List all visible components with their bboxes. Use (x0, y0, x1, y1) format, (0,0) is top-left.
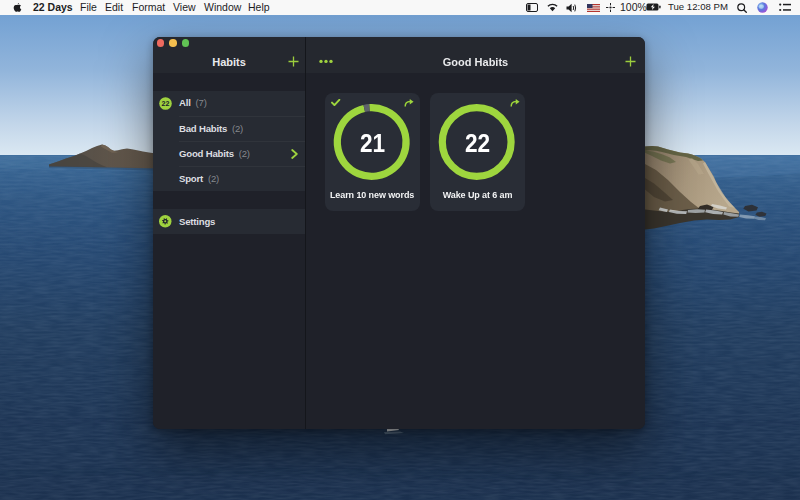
svg-text:22: 22 (162, 99, 170, 108)
